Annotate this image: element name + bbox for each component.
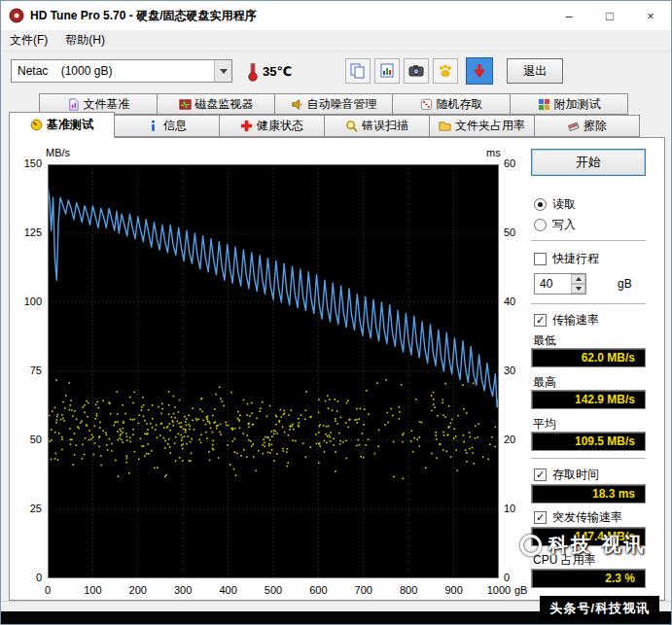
x-tick: 300 xyxy=(163,584,202,596)
folder-icon xyxy=(439,120,451,132)
x-tick: 0 xyxy=(28,584,67,596)
tab-label: 自动噪音管理 xyxy=(307,96,377,113)
drive-select-dropdown-button[interactable] xyxy=(214,60,231,82)
tab-benchmark[interactable]: 基准测试 xyxy=(9,112,115,138)
write-radio[interactable]: 写入 xyxy=(534,217,576,233)
camera-icon xyxy=(407,62,425,80)
short-stroke-unit: gB xyxy=(618,277,632,291)
copy-screenshot-button[interactable] xyxy=(374,58,400,84)
save-screenshot-button[interactable] xyxy=(404,58,429,84)
tabs-row-2: 基准测试 信息 健康状态 错误扫描 文件夹占用率 xyxy=(10,115,640,138)
copy-text-button[interactable] xyxy=(345,58,371,84)
drive-select[interactable]: Netac (1000 gB) xyxy=(11,59,232,83)
y-right-tick: 20 xyxy=(504,434,527,445)
copy-chart-icon xyxy=(378,62,396,80)
min-speed-value: 62.0 MB/s xyxy=(531,348,646,367)
benchmark-plot xyxy=(48,164,499,578)
short-stroke-stepper[interactable]: 40 xyxy=(534,273,586,295)
tab-extra-tests[interactable]: 附加测试 xyxy=(510,93,628,115)
y-left-axis-unit: MB/s xyxy=(46,147,70,158)
y-left-tick: 0 xyxy=(15,572,42,583)
access-time-label: 存取时间 xyxy=(552,467,599,483)
tab-health[interactable]: 健康状态 xyxy=(219,115,325,137)
window-controls: – □ × xyxy=(548,1,671,30)
chevron-down-icon xyxy=(220,69,228,74)
info-icon xyxy=(147,120,159,132)
access-time-value: 18.3 ms xyxy=(531,484,646,503)
radio-circle-icon xyxy=(534,219,547,231)
transfer-rate-checkbox[interactable]: ✓ 传输速率 xyxy=(534,312,599,329)
tab-error-scan[interactable]: 错误扫描 xyxy=(324,115,430,137)
tab-acoustic-management[interactable]: 自动噪音管理 xyxy=(274,93,393,115)
read-radio[interactable]: 读取 xyxy=(534,196,576,213)
y-left-tick: 75 xyxy=(15,365,42,376)
y-right-tick: 50 xyxy=(504,226,527,238)
x-tick: 400 xyxy=(209,584,248,596)
drive-select-value: Netac (1000 gB) xyxy=(12,64,214,78)
checkbox-checked-icon: ✓ xyxy=(534,511,547,524)
tab-label: 随机存取 xyxy=(437,96,483,113)
maximize-button[interactable]: □ xyxy=(589,1,630,30)
menu-bar: 文件(F) 帮助(H) xyxy=(1,30,671,52)
max-speed-value: 142.9 MB/s xyxy=(531,390,646,409)
tab-label: 健康状态 xyxy=(257,118,303,134)
donate-button[interactable] xyxy=(433,58,458,84)
radio-circle-icon xyxy=(534,198,547,211)
stepper-down-button[interactable] xyxy=(571,284,585,294)
toolbar: Netac (1000 gB) 35℃ xyxy=(1,52,671,90)
disk-monitor-icon xyxy=(179,98,192,111)
burst-rate-label: 突发传输速率 xyxy=(552,509,622,526)
read-radio-label: 读取 xyxy=(552,196,576,213)
y-right-tick: 60 xyxy=(504,157,527,169)
x-tick: 200 xyxy=(119,584,158,596)
tab-disk-monitor[interactable]: 磁盘监视器 xyxy=(157,93,275,115)
temperature-value: 35℃ xyxy=(263,64,292,79)
tab-random-access[interactable]: 随机存取 xyxy=(392,93,511,115)
short-stroke-checkbox[interactable]: 快捷行程 xyxy=(534,251,599,267)
max-label: 最高 xyxy=(533,374,556,391)
x-tick: 500 xyxy=(254,584,293,596)
avg-speed-value: 109.5 MB/s xyxy=(531,432,646,451)
close-button[interactable]: × xyxy=(630,1,671,30)
title-bar: HD Tune Pro 5.70 - 硬盘/固态硬盘实用程序 – □ × xyxy=(1,1,671,30)
menu-help[interactable]: 帮助(H) xyxy=(56,29,114,52)
minimize-button[interactable]: – xyxy=(548,1,589,30)
y-left-tick: 100 xyxy=(15,295,42,307)
y-left-tick: 125 xyxy=(15,226,42,238)
file-benchmark-icon xyxy=(67,98,80,111)
paw-icon xyxy=(437,62,454,80)
thermometer-icon xyxy=(246,60,260,82)
y-left-tick: 25 xyxy=(15,503,42,514)
access-time-checkbox[interactable]: ✓ 存取时间 xyxy=(534,467,599,483)
magnifier-icon xyxy=(345,120,358,132)
tab-label: 磁盘监视器 xyxy=(195,96,254,113)
speaker-icon xyxy=(291,98,303,111)
checkbox-icon xyxy=(534,253,547,265)
tabs-row-1: 文件基准 磁盘监视器 自动噪音管理 随机存取 附加测试 xyxy=(40,93,628,115)
tab-label: 文件基准 xyxy=(84,96,130,113)
cpu-usage-label: CPU 占用率 xyxy=(533,552,596,569)
burst-rate-checkbox[interactable]: ✓ 突发传输速率 xyxy=(534,509,622,526)
y-right-axis-unit: ms xyxy=(486,147,501,158)
app-icon xyxy=(9,8,24,23)
stepper-up-button[interactable] xyxy=(571,274,585,284)
tab-label: 附加测试 xyxy=(554,96,601,113)
save-results-button[interactable] xyxy=(466,57,493,85)
chevron-up-icon xyxy=(576,277,582,281)
separator xyxy=(531,458,646,460)
tab-info[interactable]: 信息 xyxy=(114,115,220,137)
short-stroke-value: 40 xyxy=(535,274,571,294)
checkbox-checked-icon: ✓ xyxy=(534,314,547,327)
start-button[interactable]: 开始 xyxy=(531,149,646,176)
tab-folder-usage[interactable]: 文件夹占用率 xyxy=(429,115,535,137)
tab-label: 信息 xyxy=(163,118,187,134)
exit-button[interactable]: 退出 xyxy=(507,58,563,84)
tab-erase[interactable]: 擦除 xyxy=(534,115,640,137)
window-title: HD Tune Pro 5.70 - 硬盘/固态硬盘实用程序 xyxy=(30,8,548,24)
x-tick: 100 xyxy=(73,584,112,596)
download-arrow-icon xyxy=(471,62,488,80)
menu-file[interactable]: 文件(F) xyxy=(1,29,56,52)
write-radio-label: 写入 xyxy=(552,217,576,233)
y-left-tick: 50 xyxy=(15,434,42,445)
gauge-icon xyxy=(30,119,43,131)
